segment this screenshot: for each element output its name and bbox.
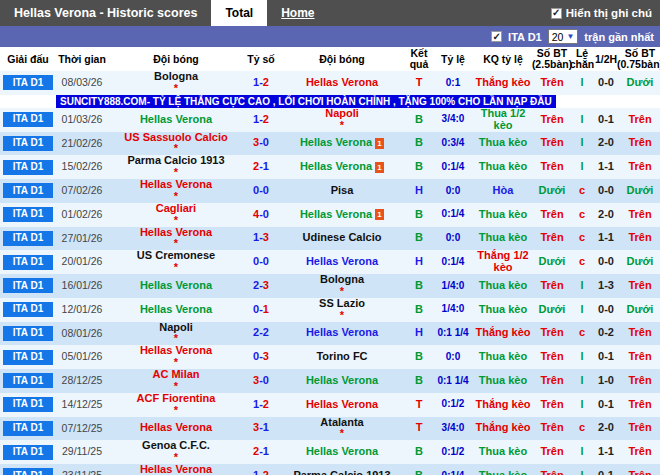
- league-badge[interactable]: ITA D1: [3, 302, 53, 317]
- league-filter-label: ITA D1: [508, 31, 542, 43]
- over-under-075-value: Trên: [627, 209, 652, 221]
- odds-result: Thua kèo: [474, 464, 532, 475]
- league-badge[interactable]: ITA D1: [3, 278, 53, 293]
- col-goals-25: Số BT (2.5bàn): [532, 48, 572, 70]
- odd-even: c: [572, 250, 592, 274]
- odds-value: 0:1/2: [442, 399, 465, 410]
- home-team-name: Hellas Verona: [140, 114, 212, 126]
- table-row: ITA D101/03/26Hellas Verona1-2Napoli*B3/…: [0, 108, 660, 132]
- home-team-cell: Hellas Verona: [108, 417, 244, 441]
- odds-result: Thua kèo: [474, 203, 532, 227]
- odds-result: Hòa: [474, 179, 532, 203]
- tab-total[interactable]: Total: [211, 0, 267, 26]
- odd-even: l: [572, 345, 592, 369]
- favorite-star-icon: *: [154, 83, 198, 95]
- away-team-name: Pisa: [331, 185, 354, 197]
- col-league: Giải đấu: [0, 48, 56, 70]
- date-cell: 27/01/26: [56, 227, 108, 251]
- over-under-075-value: Trên: [627, 327, 652, 339]
- away-goals: 2: [263, 114, 269, 126]
- half-time-score: 2-0: [598, 209, 614, 221]
- over-under-25: Trên: [532, 464, 572, 475]
- over-under-075-value: Trên: [627, 375, 652, 387]
- match-date: 08/01/26: [62, 328, 103, 339]
- favorite-star-icon: *: [140, 191, 212, 203]
- date-cell: 01/03/26: [56, 108, 108, 132]
- over-under-075: Trên: [620, 132, 660, 156]
- over-under-075: Trên: [620, 417, 660, 441]
- odds-result-value: Thua kèo: [478, 280, 528, 292]
- league-badge[interactable]: ITA D1: [3, 350, 53, 365]
- favorite-star-icon: *: [320, 286, 364, 298]
- away-team-cell: Pisa: [278, 179, 406, 203]
- date-cell: 12/01/26: [56, 298, 108, 322]
- notes-label: Hiển thị ghi chú: [566, 7, 652, 19]
- league-badge[interactable]: ITA D1: [3, 397, 53, 412]
- date-cell: 15/02/26: [56, 155, 108, 179]
- odd-even-value: l: [579, 77, 584, 89]
- over-under-25: Trên: [532, 71, 572, 95]
- league-badge[interactable]: ITA D1: [3, 445, 53, 460]
- league-badge[interactable]: ITA D1: [3, 468, 53, 475]
- league-badge[interactable]: ITA D1: [3, 373, 53, 388]
- league-badge[interactable]: ITA D1: [3, 75, 53, 90]
- date-cell: 16/01/26: [56, 274, 108, 298]
- title-bar: Hellas Verona - Historic scores Total Ho…: [0, 0, 660, 26]
- league-badge[interactable]: ITA D1: [3, 183, 53, 198]
- league-badge[interactable]: ITA D1: [3, 136, 53, 151]
- league-cell: ITA D1: [0, 464, 56, 475]
- half-time-cell: 1-1: [592, 155, 620, 179]
- odds-cell: 0:0: [432, 179, 474, 203]
- promo-banner-link[interactable]: SUNCITY888.COM- TỶ LỆ THẮNG CỰC CAO , LỐ…: [56, 95, 556, 108]
- score-cell: 1-2: [244, 464, 278, 475]
- tab-home[interactable]: Home: [267, 0, 328, 26]
- league-cell: ITA D1: [0, 369, 56, 393]
- league-badge[interactable]: ITA D1: [3, 207, 53, 222]
- half-time-cell: 0-0: [592, 250, 620, 274]
- odds-cell: 0:1: [432, 71, 474, 95]
- over-under-25: Trên: [532, 393, 572, 417]
- match-date: 23/11/25: [62, 470, 102, 475]
- odds-value: 1/4:0: [442, 304, 465, 315]
- match-count-select[interactable]: 20 ▼: [548, 29, 579, 44]
- over-under-25-value: Trên: [539, 399, 564, 411]
- over-under-25: Trên: [532, 345, 572, 369]
- show-notes-toggle[interactable]: ✓ Hiển thị ghi chú: [551, 0, 660, 26]
- odds-value: 3/4:0: [442, 423, 465, 434]
- league-badge[interactable]: ITA D1: [3, 421, 53, 436]
- away-team-name: Bologna*: [320, 274, 364, 298]
- over-under-25: Trên: [532, 203, 572, 227]
- odd-even: l: [572, 393, 592, 417]
- table-row: ITA D120/01/26US Cremonese*0-0Hellas Ver…: [0, 250, 660, 274]
- favorite-star-icon: *: [320, 428, 363, 440]
- odds-result-value: Thắng kèo: [474, 77, 531, 89]
- odds-cell: 0:3/4: [432, 132, 474, 156]
- result-letter-value: B: [414, 304, 424, 316]
- table-row: ITA D115/02/26Parma Calcio 1913*2-1Hella…: [0, 155, 660, 179]
- league-badge[interactable]: ITA D1: [3, 112, 53, 127]
- away-team-cell: Napoli*: [278, 108, 406, 132]
- result-letter-value: B: [414, 114, 424, 126]
- over-under-25-value: Dưới: [538, 256, 567, 268]
- over-under-075: Trên: [620, 227, 660, 251]
- away-team-name: Udinese Calcio: [303, 232, 382, 244]
- over-under-25: Trên: [532, 227, 572, 251]
- league-badge[interactable]: ITA D1: [3, 160, 53, 175]
- away-goals: 0: [263, 137, 269, 149]
- home-team-name: Cagliari*: [156, 203, 196, 227]
- result-letter: B: [406, 298, 432, 322]
- league-badge[interactable]: ITA D1: [3, 255, 53, 270]
- half-time-cell: 1-0: [592, 369, 620, 393]
- league-checkbox-icon[interactable]: ✓: [491, 31, 502, 42]
- league-badge[interactable]: ITA D1: [3, 231, 53, 246]
- result-letter: T: [406, 71, 432, 95]
- away-goals: 1: [263, 422, 269, 434]
- half-time-score: 0-1: [598, 351, 614, 363]
- home-team-cell: ACF Fiorentina*: [108, 393, 244, 417]
- odds-result-value: Thua kèo: [478, 351, 528, 363]
- odds-result-value: Thua 1/2 kèo: [474, 108, 532, 132]
- league-badge[interactable]: ITA D1: [3, 326, 53, 341]
- odds-value: 0:0: [446, 186, 460, 197]
- notes-checkbox-icon[interactable]: ✓: [551, 8, 562, 19]
- odds-result-value: Thắng 1/2 kèo: [474, 250, 532, 274]
